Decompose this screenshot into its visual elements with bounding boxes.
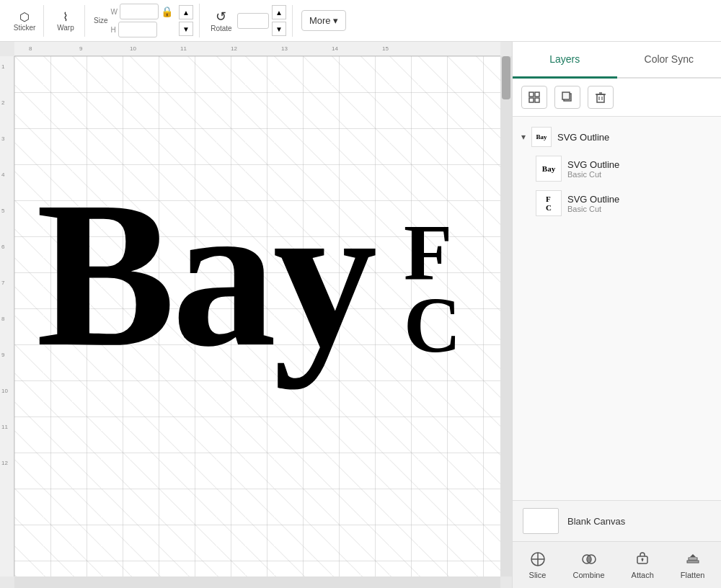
- size-label: Size: [94, 17, 107, 24]
- warp-label: Warp: [57, 24, 74, 32]
- svg-rect-8: [562, 92, 570, 99]
- ruler-tick: 9: [79, 45, 82, 52]
- size-arrows: ▲ ▼: [179, 5, 193, 36]
- rotate-arrows: ▲ ▼: [272, 5, 286, 36]
- combine-button[interactable]: Combine: [567, 548, 611, 582]
- blank-canvas-thumb: [523, 508, 559, 534]
- slice-label: Slice: [529, 571, 547, 579]
- scrollbar-horizontal[interactable]: [14, 576, 500, 588]
- ruler-tick: 14: [332, 45, 338, 52]
- ruler-tick: 10: [130, 45, 136, 52]
- attach-label: Attach: [632, 571, 654, 579]
- height-input[interactable]: [118, 22, 157, 37]
- lock-icon[interactable]: 🔒: [161, 6, 173, 17]
- layer-item-1-info: SVG Outline Basic Cut: [567, 159, 712, 179]
- panel-tabs: Layers Color Sync: [513, 42, 721, 79]
- svg-rect-6: [535, 98, 539, 102]
- ruler-v-tick: 3: [1, 135, 4, 142]
- layer-item-2-name: SVG Outline: [567, 194, 712, 205]
- svg-rect-3: [529, 92, 534, 97]
- slice-icon: [529, 551, 547, 568]
- width-input[interactable]: [120, 4, 159, 19]
- add-layer-button[interactable]: [521, 86, 547, 109]
- chevron-down-icon: ▾: [521, 132, 526, 142]
- ruler-v-tick: 1: [1, 63, 4, 70]
- ruler-tick: 11: [180, 45, 187, 52]
- trash-icon: [594, 91, 607, 104]
- combine-label: Combine: [573, 571, 605, 579]
- rotate-down-btn[interactable]: ▼: [272, 22, 286, 36]
- main-area: 8 9 10 11 12 13 14 15 1 2 3 4 5 6 7 8 9 …: [0, 42, 721, 588]
- ruler-v-tick: 4: [1, 172, 4, 178]
- ruler-tick: 8: [29, 45, 32, 52]
- svg-rect-9: [597, 94, 604, 102]
- layer-item-2-info: SVG Outline Basic Cut: [567, 194, 712, 213]
- rotate-button[interactable]: ↺ Rotate: [208, 5, 234, 37]
- bottom-action-bar: Slice Combine Attach: [513, 541, 721, 588]
- scrollbar-vertical[interactable]: [500, 56, 512, 576]
- size-group: Size W 🔒 H ▲ ▼: [88, 4, 200, 37]
- ruler-v-tick: 8: [1, 316, 4, 322]
- attach-button[interactable]: Attach: [626, 548, 660, 582]
- rotate-input[interactable]: [237, 13, 269, 29]
- layer-group-header[interactable]: ▾ Bay SVG Outline: [513, 122, 721, 151]
- blank-canvas-row: Blank Canvas: [513, 500, 721, 541]
- layer-item-2-sub: Basic Cut: [567, 205, 712, 213]
- more-arrow: ▾: [333, 15, 338, 26]
- attach-icon: [634, 551, 651, 568]
- sticker-label: Sticker: [14, 24, 36, 32]
- layer-group-name: SVG Outline: [557, 132, 712, 143]
- blank-canvas-label: Blank Canvas: [567, 516, 625, 527]
- ruler-v-tick: 10: [1, 388, 8, 394]
- more-group: More ▾: [296, 10, 352, 31]
- h-label: H: [110, 26, 115, 34]
- svg-rect-5: [529, 98, 534, 102]
- sticker-group: ⬡ Sticker: [6, 5, 44, 37]
- rotate-group: ↺ Rotate ▲ ▼: [203, 5, 293, 37]
- layer-group-thumb: Bay: [531, 127, 552, 147]
- tab-layers[interactable]: Layers: [513, 42, 617, 79]
- delete-layer-button[interactable]: [588, 86, 614, 109]
- layer-thumb-1: Bay: [536, 156, 562, 182]
- duplicate-layer-button[interactable]: [554, 86, 580, 109]
- rotate-label: Rotate: [211, 24, 231, 32]
- scrollbar-thumb-v[interactable]: [502, 56, 510, 99]
- combine-icon: [580, 551, 598, 568]
- tab-color-sync[interactable]: Color Sync: [617, 42, 722, 79]
- right-panel: Layers Color Sync: [512, 42, 721, 588]
- ruler-horizontal: 8 9 10 11 12 13 14 15: [14, 42, 500, 56]
- ruler-tick: 12: [231, 45, 237, 52]
- svg-rect-22: [687, 561, 699, 563]
- ruler-v-tick: 5: [1, 208, 4, 214]
- more-button[interactable]: More ▾: [301, 10, 346, 31]
- flatten-icon: [684, 551, 702, 568]
- size-up-btn[interactable]: ▲: [179, 5, 193, 19]
- ruler-vertical: 1 2 3 4 5 6 7 8 9 10 11 12: [0, 56, 14, 576]
- canvas-area[interactable]: 8 9 10 11 12 13 14 15 1 2 3 4 5 6 7 8 9 …: [0, 42, 512, 588]
- ruler-v-tick: 7: [1, 280, 4, 286]
- warp-group: ⌇ Warp: [47, 5, 85, 37]
- ruler-v-tick: 9: [1, 352, 4, 358]
- rotate-up-btn[interactable]: ▲: [272, 5, 286, 19]
- flatten-button[interactable]: Flatten: [675, 548, 711, 582]
- layer-item-1-name: SVG Outline: [567, 159, 712, 170]
- layer-item[interactable]: FC SVG Outline Basic Cut: [513, 186, 721, 220]
- slice-button[interactable]: Slice: [523, 548, 552, 582]
- more-label: More: [309, 15, 331, 26]
- ruler-v-tick: 12: [1, 460, 8, 466]
- warp-button[interactable]: ⌇ Warp: [53, 5, 79, 37]
- layer-group-info: SVG Outline: [557, 132, 712, 143]
- svg-point-21: [642, 558, 644, 561]
- top-toolbar: ⬡ Sticker ⌇ Warp Size W 🔒 H ▲ ▼: [0, 0, 721, 42]
- sticker-button[interactable]: ⬡ Sticker: [12, 5, 37, 37]
- ruler-v-tick: 11: [1, 424, 8, 430]
- layer-item-1-sub: Basic Cut: [567, 170, 712, 179]
- ruler-tick: 15: [382, 45, 389, 52]
- layer-list[interactable]: ▾ Bay SVG Outline Bay SVG Outline Basic …: [513, 117, 721, 500]
- size-down-btn[interactable]: ▼: [179, 22, 193, 36]
- ruler-v-tick: 6: [1, 244, 4, 250]
- layer-item[interactable]: Bay SVG Outline Basic Cut: [513, 151, 721, 186]
- canvas-grid[interactable]: Bay F C: [14, 56, 500, 576]
- svg-rect-23: [689, 558, 697, 560]
- layer-thumb-2: FC: [536, 190, 562, 216]
